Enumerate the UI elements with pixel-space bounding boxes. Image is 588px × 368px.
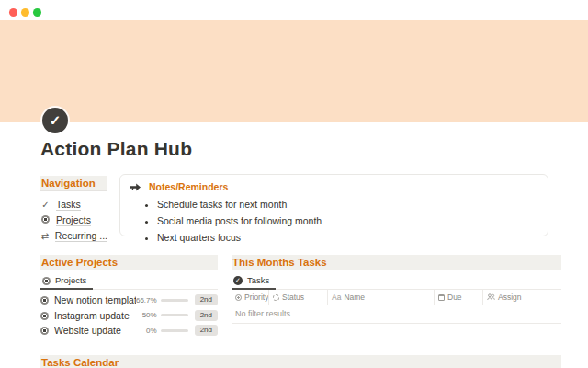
nav-item-projects[interactable]: Projects	[40, 213, 107, 228]
project-row[interactable]: New notion template 66.7% 2nd	[40, 293, 218, 308]
active-projects-section: Active Projects Projects New notion temp…	[40, 255, 218, 339]
column-header-assign[interactable]: Assign	[482, 290, 561, 305]
cover-image[interactable]	[0, 20, 588, 122]
page-title: Action Plan Hub	[40, 138, 192, 160]
window-titlebar	[0, 0, 588, 20]
disc-icon	[40, 215, 51, 225]
project-name: Website update	[54, 325, 121, 336]
close-button[interactable]	[9, 8, 17, 17]
tasks-heading: This Months Tasks	[232, 255, 561, 270]
navigation-list: ✓ Tasks Projects ⇄ Recurring ...	[40, 197, 107, 244]
calendar-icon	[438, 294, 445, 301]
progress-bar	[161, 314, 188, 316]
progress-percent: 0%	[137, 327, 157, 335]
check-icon: ✓	[50, 113, 62, 127]
status-icon	[273, 294, 279, 301]
progress-bar	[161, 329, 188, 332]
pointing-right-icon	[130, 182, 141, 192]
zoom-button[interactable]	[33, 8, 41, 17]
calendar-section: Tasks Calendar	[40, 355, 561, 368]
column-header-name[interactable]: Aa Name	[327, 290, 434, 305]
disc-icon	[40, 307, 49, 324]
nav-item-tasks[interactable]: ✓ Tasks	[40, 197, 107, 213]
priority-badge: 2nd	[195, 310, 218, 321]
column-header-priority[interactable]: Priority	[232, 290, 268, 305]
tasks-view-tabs: ✓ Tasks	[232, 274, 561, 290]
progress-bar	[161, 299, 188, 302]
project-row[interactable]: Website update 0% 2nd	[40, 323, 218, 339]
column-header-status[interactable]: Status	[268, 290, 327, 305]
callout-bullet-list: Schedule tasks for next month Social med…	[157, 196, 538, 246]
recurring-icon: ⇄	[40, 232, 50, 241]
disc-icon	[40, 322, 49, 339]
callout-title-row: Notes/Reminders	[130, 179, 538, 194]
priority-icon	[235, 294, 242, 301]
disc-icon	[42, 272, 51, 289]
check-icon: ✓	[40, 201, 51, 210]
active-projects-heading: Active Projects	[40, 255, 218, 270]
tab-tasks[interactable]: ✓ Tasks	[232, 274, 276, 290]
nav-item-recurring[interactable]: ⇄ Recurring ...	[40, 228, 107, 244]
text-type-icon: Aa	[332, 293, 341, 302]
people-icon	[487, 293, 495, 301]
navigation-heading: Navigation	[40, 176, 107, 191]
projects-view-tabs: Projects	[40, 274, 218, 290]
callout-bullet: Next quarters focus	[157, 229, 538, 246]
progress-percent: 50%	[137, 311, 157, 319]
project-list: New notion template 66.7% 2nd Instagram …	[40, 293, 218, 339]
column-header-due[interactable]: Due	[434, 290, 482, 305]
disc-icon	[40, 292, 49, 308]
tasks-section: This Months Tasks ✓ Tasks Priority Statu…	[232, 255, 561, 324]
app-window: ✓ Action Plan Hub Navigation ✓ Tasks Pro…	[0, 0, 588, 368]
project-name: New notion template	[54, 294, 136, 305]
project-row[interactable]: Instagram update 50% 2nd	[40, 308, 218, 324]
navigation-section: Navigation ✓ Tasks Projects ⇄ Recurring …	[40, 176, 107, 244]
callout-title: Notes/Reminders	[149, 181, 228, 192]
progress-percent: 66.7%	[136, 296, 157, 305]
tasks-table-header: Priority Status Aa Name Due	[232, 290, 561, 305]
priority-badge: 2nd	[195, 325, 218, 336]
check-circle-icon: ✓	[233, 276, 243, 285]
calendar-heading: Tasks Calendar	[40, 355, 561, 368]
notes-callout: Notes/Reminders Schedule tasks for next …	[119, 174, 548, 236]
minimize-button[interactable]	[21, 8, 29, 17]
page-icon[interactable]: ✓	[42, 108, 68, 133]
priority-badge: 2nd	[195, 294, 218, 305]
tab-projects[interactable]: Projects	[40, 274, 93, 290]
empty-results-message: No filter results.	[232, 305, 561, 324]
callout-bullet: Social media posts for following month	[157, 213, 538, 229]
project-name: Instagram update	[54, 310, 130, 321]
callout-bullet: Schedule tasks for next month	[157, 196, 538, 213]
